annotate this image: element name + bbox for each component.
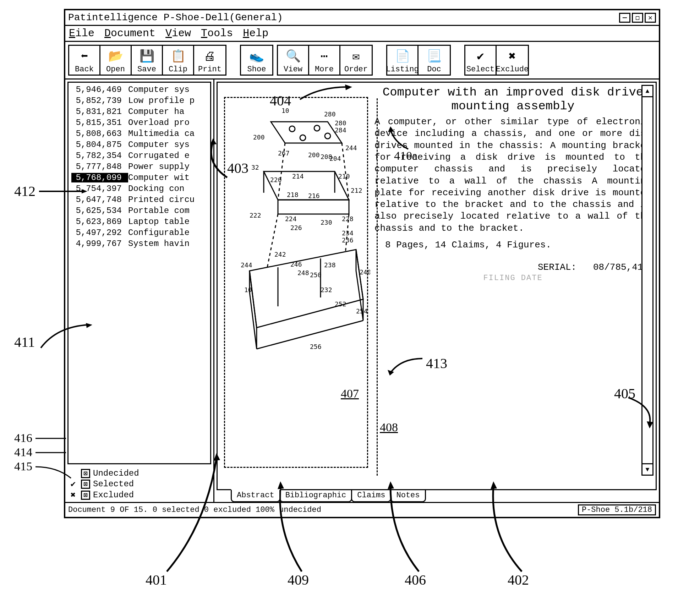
doc-button[interactable]: 📃 Doc bbox=[419, 46, 450, 75]
patent-number: 5,768,099 bbox=[71, 173, 128, 182]
list-item[interactable]: 5,777,848Power supply bbox=[69, 161, 210, 172]
list-item[interactable]: 5,946,469Computer sys bbox=[69, 84, 210, 95]
list-item[interactable]: 5,808,663Multimedia ca bbox=[69, 128, 210, 139]
floppy-disk-icon: 💾 bbox=[140, 47, 154, 65]
svg-text:240: 240 bbox=[360, 268, 370, 276]
svg-marker-60 bbox=[345, 84, 352, 90]
maximize-button[interactable]: ◻ bbox=[632, 13, 643, 23]
patent-number: 5,852,739 bbox=[71, 96, 128, 105]
svg-marker-68 bbox=[491, 481, 497, 489]
annotation-410a: 410a bbox=[394, 149, 417, 163]
scroll-down-button[interactable]: ▼ bbox=[642, 463, 652, 475]
legend-selected-label: Selected bbox=[93, 479, 134, 489]
list-item[interactable]: 4,999,767System havin bbox=[69, 238, 210, 249]
patent-title-truncated: Multimedia ca bbox=[128, 129, 195, 138]
svg-marker-57 bbox=[86, 323, 92, 328]
annotation-416: 416 bbox=[14, 431, 32, 445]
svg-text:216: 216 bbox=[308, 192, 320, 199]
document-icon: 📃 bbox=[427, 47, 442, 65]
more-button[interactable]: ⋯ More bbox=[309, 46, 340, 75]
list-item[interactable]: 5,815,351Overload pro bbox=[69, 117, 210, 128]
svg-text:10: 10 bbox=[244, 286, 252, 294]
order-icon: ✉ bbox=[352, 47, 360, 65]
svg-marker-65 bbox=[214, 453, 220, 461]
patent-title-truncated: System havin bbox=[128, 239, 190, 248]
svg-text:200: 200 bbox=[308, 151, 320, 159]
listing-button[interactable]: 📄 Listing bbox=[387, 46, 419, 75]
select-button[interactable]: ✔ Select bbox=[465, 46, 497, 75]
patent-list[interactable]: 5,946,469Computer sys5,852,739Low profil… bbox=[67, 82, 211, 464]
back-button[interactable]: ⬅ Back bbox=[69, 46, 100, 75]
scroll-up-button[interactable]: ▲ bbox=[642, 86, 652, 97]
menu-document[interactable]: Document bbox=[104, 27, 155, 39]
svg-text:204: 204 bbox=[329, 155, 341, 162]
svg-text:226: 226 bbox=[290, 224, 302, 231]
title-bar: Patintelligence P-Shoe-Dell(General) — ◻… bbox=[65, 10, 659, 26]
list-item[interactable]: 5,497,292Configurable bbox=[69, 227, 210, 238]
patent-number: 5,808,663 bbox=[71, 129, 128, 138]
patent-title-truncated: Printed circu bbox=[128, 195, 195, 204]
svg-marker-8 bbox=[278, 200, 349, 214]
menu-view[interactable]: View bbox=[165, 27, 191, 39]
shoe-button[interactable]: 👟 Shoe bbox=[241, 46, 272, 75]
list-item[interactable]: 5,647,748Printed circu bbox=[69, 194, 210, 205]
print-button[interactable]: 🖨 Print bbox=[194, 46, 225, 75]
annotation-406: 406 bbox=[405, 572, 426, 588]
back-arrow-icon: ⬅ bbox=[81, 47, 88, 65]
svg-line-17 bbox=[267, 214, 278, 267]
list-item[interactable]: 5,782,354Corrugated e bbox=[69, 150, 210, 161]
svg-text:250: 250 bbox=[310, 271, 322, 279]
patent-title-truncated: Portable com bbox=[128, 206, 190, 215]
svg-text:214: 214 bbox=[292, 173, 304, 180]
open-button[interactable]: 📂 Open bbox=[100, 46, 132, 75]
tab-abstract[interactable]: Abstract bbox=[231, 489, 280, 502]
svg-marker-61 bbox=[210, 138, 217, 145]
patent-number: 5,777,848 bbox=[71, 162, 128, 171]
patent-title-truncated: Laptop table bbox=[128, 217, 190, 226]
list-item[interactable]: 5,804,875Computer sys bbox=[69, 139, 210, 150]
selected-checkbox[interactable]: ⊠ bbox=[81, 480, 90, 489]
svg-marker-67 bbox=[388, 481, 394, 489]
svg-text:284: 284 bbox=[335, 126, 346, 134]
figure-pane: 10 280 280 284 200 267 200 208 204 244 3 bbox=[218, 83, 370, 489]
patent-title-truncated: Computer sys bbox=[128, 85, 190, 94]
minimize-button[interactable]: — bbox=[619, 13, 630, 23]
view-icon: 🔍 bbox=[286, 47, 301, 65]
list-item[interactable]: 5,625,534Portable com bbox=[69, 205, 210, 216]
excluded-checkbox[interactable]: ⊠ bbox=[81, 491, 90, 500]
svg-text:267: 267 bbox=[278, 149, 290, 157]
serial-value: 08/785,416 bbox=[593, 262, 649, 273]
annotation-409: 409 bbox=[288, 572, 309, 588]
list-panel: 5,946,469Computer sys5,852,739Low profil… bbox=[65, 80, 214, 502]
undecided-checkbox[interactable]: ⊠ bbox=[81, 469, 90, 478]
list-item[interactable]: 5,831,821Computer ha bbox=[69, 106, 210, 117]
list-item[interactable]: 5,852,739Low profile p bbox=[69, 95, 210, 106]
patent-title-truncated: Low profile p bbox=[128, 96, 195, 105]
patent-title-truncated: Computer wit bbox=[128, 173, 190, 182]
svg-text:248: 248 bbox=[297, 269, 309, 277]
svg-marker-56 bbox=[82, 189, 87, 193]
annotation-402: 402 bbox=[508, 572, 529, 588]
svg-point-3 bbox=[300, 135, 306, 141]
exclude-button[interactable]: ✖ Exclude bbox=[497, 46, 528, 75]
menu-file[interactable]: Eile bbox=[69, 27, 94, 39]
close-button[interactable]: ✕ bbox=[645, 13, 656, 23]
legend-excluded-label: Excluded bbox=[93, 490, 134, 500]
patent-number: 5,946,469 bbox=[71, 85, 128, 94]
list-item[interactable]: 5,768,099Computer wit bbox=[69, 172, 210, 183]
list-item[interactable]: 5,754,397Docking con bbox=[69, 183, 210, 194]
clip-button[interactable]: 📋 Clip bbox=[163, 46, 194, 75]
menu-tools[interactable]: Tools bbox=[201, 27, 233, 39]
svg-text:200: 200 bbox=[253, 133, 265, 141]
excluded-mark-icon: ✖ bbox=[68, 490, 78, 500]
svg-text:238: 238 bbox=[324, 261, 336, 269]
order-button[interactable]: ✉ Order bbox=[340, 46, 372, 75]
svg-text:256: 256 bbox=[310, 343, 322, 350]
patent-number: 5,782,354 bbox=[71, 151, 128, 160]
list-item[interactable]: 5,623,869Laptop table bbox=[69, 216, 210, 227]
svg-text:228: 228 bbox=[342, 215, 354, 223]
view-button[interactable]: 🔍 View bbox=[278, 46, 309, 75]
svg-text:220: 220 bbox=[270, 176, 282, 184]
save-button[interactable]: 💾 Save bbox=[132, 46, 163, 75]
menu-help[interactable]: Help bbox=[243, 27, 268, 39]
